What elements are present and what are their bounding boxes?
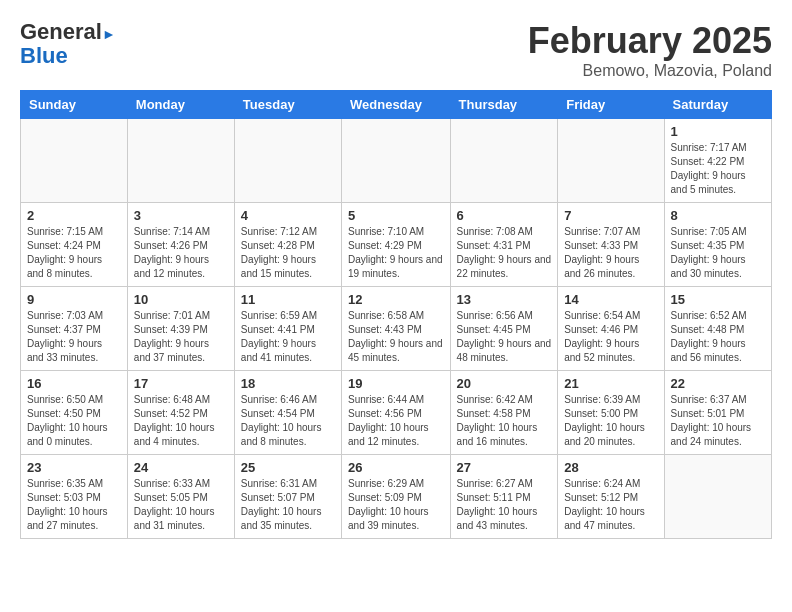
calendar-week-row: 2Sunrise: 7:15 AM Sunset: 4:24 PM Daylig… xyxy=(21,203,772,287)
calendar-week-row: 16Sunrise: 6:50 AM Sunset: 4:50 PM Dayli… xyxy=(21,371,772,455)
table-row: 27Sunrise: 6:27 AM Sunset: 5:11 PM Dayli… xyxy=(450,455,558,539)
day-info: Sunrise: 6:58 AM Sunset: 4:43 PM Dayligh… xyxy=(348,309,444,365)
day-info: Sunrise: 7:08 AM Sunset: 4:31 PM Dayligh… xyxy=(457,225,552,281)
logo: General► Blue xyxy=(20,20,116,68)
table-row: 6Sunrise: 7:08 AM Sunset: 4:31 PM Daylig… xyxy=(450,203,558,287)
table-row xyxy=(664,455,771,539)
table-row xyxy=(558,119,664,203)
table-row: 25Sunrise: 6:31 AM Sunset: 5:07 PM Dayli… xyxy=(234,455,341,539)
table-row: 24Sunrise: 6:33 AM Sunset: 5:05 PM Dayli… xyxy=(127,455,234,539)
col-friday: Friday xyxy=(558,91,664,119)
table-row: 13Sunrise: 6:56 AM Sunset: 4:45 PM Dayli… xyxy=(450,287,558,371)
calendar-table: Sunday Monday Tuesday Wednesday Thursday… xyxy=(20,90,772,539)
day-info: Sunrise: 6:54 AM Sunset: 4:46 PM Dayligh… xyxy=(564,309,657,365)
table-row: 28Sunrise: 6:24 AM Sunset: 5:12 PM Dayli… xyxy=(558,455,664,539)
table-row: 12Sunrise: 6:58 AM Sunset: 4:43 PM Dayli… xyxy=(342,287,451,371)
day-number: 18 xyxy=(241,376,335,391)
location: Bemowo, Mazovia, Poland xyxy=(528,62,772,80)
day-number: 15 xyxy=(671,292,765,307)
day-number: 25 xyxy=(241,460,335,475)
table-row: 16Sunrise: 6:50 AM Sunset: 4:50 PM Dayli… xyxy=(21,371,128,455)
logo-blue: Blue xyxy=(20,44,68,68)
table-row: 22Sunrise: 6:37 AM Sunset: 5:01 PM Dayli… xyxy=(664,371,771,455)
table-row: 18Sunrise: 6:46 AM Sunset: 4:54 PM Dayli… xyxy=(234,371,341,455)
day-info: Sunrise: 6:50 AM Sunset: 4:50 PM Dayligh… xyxy=(27,393,121,449)
day-info: Sunrise: 7:01 AM Sunset: 4:39 PM Dayligh… xyxy=(134,309,228,365)
day-number: 16 xyxy=(27,376,121,391)
day-number: 3 xyxy=(134,208,228,223)
table-row xyxy=(450,119,558,203)
day-number: 27 xyxy=(457,460,552,475)
day-number: 26 xyxy=(348,460,444,475)
day-info: Sunrise: 6:48 AM Sunset: 4:52 PM Dayligh… xyxy=(134,393,228,449)
day-info: Sunrise: 6:39 AM Sunset: 5:00 PM Dayligh… xyxy=(564,393,657,449)
day-info: Sunrise: 6:31 AM Sunset: 5:07 PM Dayligh… xyxy=(241,477,335,533)
day-info: Sunrise: 6:27 AM Sunset: 5:11 PM Dayligh… xyxy=(457,477,552,533)
table-row: 4Sunrise: 7:12 AM Sunset: 4:28 PM Daylig… xyxy=(234,203,341,287)
col-monday: Monday xyxy=(127,91,234,119)
table-row: 15Sunrise: 6:52 AM Sunset: 4:48 PM Dayli… xyxy=(664,287,771,371)
day-info: Sunrise: 6:46 AM Sunset: 4:54 PM Dayligh… xyxy=(241,393,335,449)
day-number: 22 xyxy=(671,376,765,391)
table-row xyxy=(342,119,451,203)
calendar-header-row: Sunday Monday Tuesday Wednesday Thursday… xyxy=(21,91,772,119)
table-row: 26Sunrise: 6:29 AM Sunset: 5:09 PM Dayli… xyxy=(342,455,451,539)
day-info: Sunrise: 7:10 AM Sunset: 4:29 PM Dayligh… xyxy=(348,225,444,281)
month-title: February 2025 xyxy=(528,20,772,62)
day-number: 19 xyxy=(348,376,444,391)
day-number: 24 xyxy=(134,460,228,475)
day-number: 13 xyxy=(457,292,552,307)
table-row: 17Sunrise: 6:48 AM Sunset: 4:52 PM Dayli… xyxy=(127,371,234,455)
day-number: 4 xyxy=(241,208,335,223)
day-number: 21 xyxy=(564,376,657,391)
day-number: 11 xyxy=(241,292,335,307)
day-info: Sunrise: 7:15 AM Sunset: 4:24 PM Dayligh… xyxy=(27,225,121,281)
table-row: 23Sunrise: 6:35 AM Sunset: 5:03 PM Dayli… xyxy=(21,455,128,539)
table-row: 1Sunrise: 7:17 AM Sunset: 4:22 PM Daylig… xyxy=(664,119,771,203)
day-number: 17 xyxy=(134,376,228,391)
col-sunday: Sunday xyxy=(21,91,128,119)
calendar-week-row: 9Sunrise: 7:03 AM Sunset: 4:37 PM Daylig… xyxy=(21,287,772,371)
day-info: Sunrise: 6:42 AM Sunset: 4:58 PM Dayligh… xyxy=(457,393,552,449)
day-number: 1 xyxy=(671,124,765,139)
table-row: 11Sunrise: 6:59 AM Sunset: 4:41 PM Dayli… xyxy=(234,287,341,371)
calendar-week-row: 1Sunrise: 7:17 AM Sunset: 4:22 PM Daylig… xyxy=(21,119,772,203)
day-info: Sunrise: 6:24 AM Sunset: 5:12 PM Dayligh… xyxy=(564,477,657,533)
col-thursday: Thursday xyxy=(450,91,558,119)
table-row: 10Sunrise: 7:01 AM Sunset: 4:39 PM Dayli… xyxy=(127,287,234,371)
table-row xyxy=(234,119,341,203)
table-row: 2Sunrise: 7:15 AM Sunset: 4:24 PM Daylig… xyxy=(21,203,128,287)
page-header: General► Blue February 2025 Bemowo, Mazo… xyxy=(20,20,772,80)
day-info: Sunrise: 7:12 AM Sunset: 4:28 PM Dayligh… xyxy=(241,225,335,281)
day-info: Sunrise: 7:17 AM Sunset: 4:22 PM Dayligh… xyxy=(671,141,765,197)
col-tuesday: Tuesday xyxy=(234,91,341,119)
day-info: Sunrise: 7:05 AM Sunset: 4:35 PM Dayligh… xyxy=(671,225,765,281)
day-info: Sunrise: 7:07 AM Sunset: 4:33 PM Dayligh… xyxy=(564,225,657,281)
col-saturday: Saturday xyxy=(664,91,771,119)
day-number: 28 xyxy=(564,460,657,475)
table-row: 14Sunrise: 6:54 AM Sunset: 4:46 PM Dayli… xyxy=(558,287,664,371)
day-number: 2 xyxy=(27,208,121,223)
day-number: 12 xyxy=(348,292,444,307)
table-row: 3Sunrise: 7:14 AM Sunset: 4:26 PM Daylig… xyxy=(127,203,234,287)
table-row: 5Sunrise: 7:10 AM Sunset: 4:29 PM Daylig… xyxy=(342,203,451,287)
day-info: Sunrise: 6:59 AM Sunset: 4:41 PM Dayligh… xyxy=(241,309,335,365)
table-row: 8Sunrise: 7:05 AM Sunset: 4:35 PM Daylig… xyxy=(664,203,771,287)
day-number: 5 xyxy=(348,208,444,223)
day-info: Sunrise: 7:14 AM Sunset: 4:26 PM Dayligh… xyxy=(134,225,228,281)
table-row xyxy=(127,119,234,203)
col-wednesday: Wednesday xyxy=(342,91,451,119)
table-row: 7Sunrise: 7:07 AM Sunset: 4:33 PM Daylig… xyxy=(558,203,664,287)
table-row: 19Sunrise: 6:44 AM Sunset: 4:56 PM Dayli… xyxy=(342,371,451,455)
day-info: Sunrise: 6:56 AM Sunset: 4:45 PM Dayligh… xyxy=(457,309,552,365)
table-row: 20Sunrise: 6:42 AM Sunset: 4:58 PM Dayli… xyxy=(450,371,558,455)
day-number: 9 xyxy=(27,292,121,307)
day-info: Sunrise: 7:03 AM Sunset: 4:37 PM Dayligh… xyxy=(27,309,121,365)
day-number: 10 xyxy=(134,292,228,307)
logo-text: General► xyxy=(20,20,116,44)
calendar-week-row: 23Sunrise: 6:35 AM Sunset: 5:03 PM Dayli… xyxy=(21,455,772,539)
day-info: Sunrise: 6:37 AM Sunset: 5:01 PM Dayligh… xyxy=(671,393,765,449)
day-number: 20 xyxy=(457,376,552,391)
day-number: 6 xyxy=(457,208,552,223)
table-row: 9Sunrise: 7:03 AM Sunset: 4:37 PM Daylig… xyxy=(21,287,128,371)
